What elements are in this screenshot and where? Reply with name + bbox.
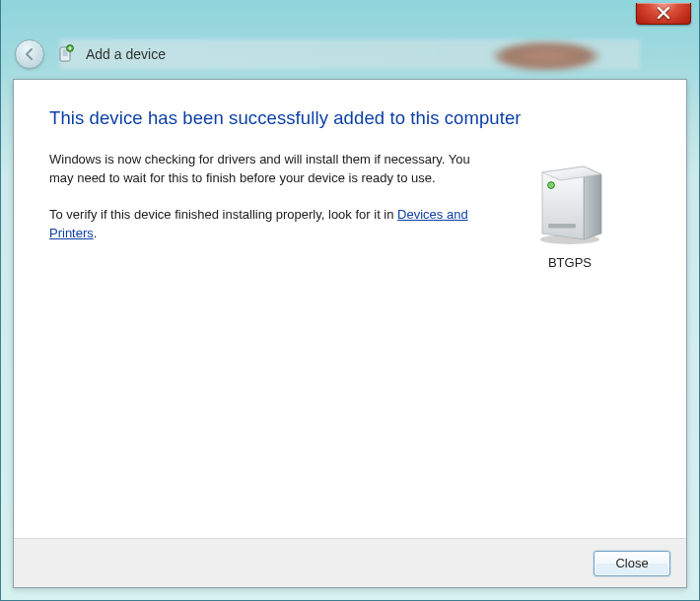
device-name: BTGPS xyxy=(548,255,592,270)
footer: Close xyxy=(14,538,686,587)
svg-rect-5 xyxy=(548,224,576,229)
body-row: Windows is now checking for drivers and … xyxy=(49,151,651,270)
add-device-icon xyxy=(56,44,74,64)
wizard-header: Add a device xyxy=(1,28,699,81)
window-close-button[interactable] xyxy=(636,3,691,25)
close-icon xyxy=(657,7,670,19)
device-icon xyxy=(525,153,615,247)
titlebar xyxy=(1,0,699,28)
content-panel: This device has been successfully added … xyxy=(13,79,687,588)
wizard-window: Add a device This device has been succes… xyxy=(0,0,700,601)
arrow-left-icon xyxy=(22,46,37,62)
info-paragraph-2: To verify if this device finished instal… xyxy=(49,206,483,243)
content-inner: This device has been successfully added … xyxy=(14,80,686,538)
para2-suffix: . xyxy=(94,226,98,240)
page-heading: This device has been successfully added … xyxy=(49,107,651,129)
back-button[interactable] xyxy=(15,39,44,69)
body-text: Windows is now checking for drivers and … xyxy=(49,151,483,260)
device-panel: BTGPS xyxy=(511,151,629,270)
svg-point-4 xyxy=(548,182,555,189)
para2-prefix: To verify if this device finished instal… xyxy=(49,207,397,222)
close-button[interactable]: Close xyxy=(594,551,670,576)
info-paragraph-1: Windows is now checking for drivers and … xyxy=(49,151,483,188)
wizard-title: Add a device xyxy=(86,46,166,62)
